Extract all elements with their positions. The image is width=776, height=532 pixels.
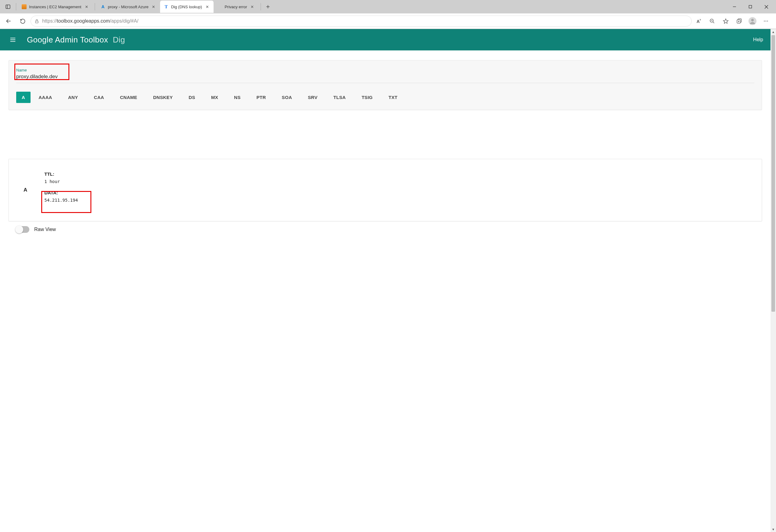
data-value: 54.211.95.194 (44, 198, 78, 203)
record-type-caa[interactable]: CAA (88, 92, 110, 103)
raw-view-row: Raw View (9, 221, 762, 233)
tab-title: Instances | EC2 Management (29, 5, 81, 9)
help-link[interactable]: Help (753, 37, 763, 42)
record-type-txt[interactable]: TXT (383, 92, 403, 103)
raw-view-toggle[interactable] (16, 226, 29, 233)
viewport: Google Admin Toolbox Dig Help Name AAAAA… (0, 29, 776, 532)
record-type-tlsa[interactable]: TLSA (328, 92, 351, 103)
url-text: https://toolbox.googleapps.com/apps/dig/… (42, 18, 688, 24)
query-card: Name AAAAAANYCAACNAMEDNSKEYDSMXNSPTRSOAS… (9, 60, 762, 110)
close-icon[interactable]: ✕ (84, 4, 89, 9)
record-type-dnskey[interactable]: DNSKEY (148, 92, 178, 103)
page-content: Google Admin Toolbox Dig Help Name AAAAA… (0, 29, 771, 532)
zoom-out-icon[interactable] (707, 16, 717, 26)
tab-actions-button[interactable] (2, 1, 14, 13)
svg-point-21 (767, 21, 768, 22)
vertical-scrollbar[interactable]: ▲ ▼ (771, 29, 776, 532)
tab-title: proxy - Microsoft Azure (108, 5, 149, 9)
svg-point-20 (766, 21, 767, 22)
url-proto: https:// (42, 18, 57, 23)
new-tab-button[interactable] (263, 2, 273, 12)
name-input[interactable] (16, 72, 754, 83)
result-card: A TTL: 1 hour DATA: 54.211.95.194 (9, 159, 762, 221)
ttl-value: 1 hour (44, 179, 78, 184)
svg-rect-9 (35, 21, 38, 23)
toolbox-icon: T (164, 4, 169, 9)
tab-strip: Instances | EC2 Management ✕ A proxy - M… (0, 0, 776, 13)
aws-icon (22, 4, 27, 9)
svg-point-19 (764, 21, 765, 22)
close-icon[interactable]: ✕ (250, 4, 255, 9)
window-controls (727, 1, 774, 13)
divider (260, 3, 261, 10)
tab-dig[interactable]: T Dig (DNS lookup) ✕ (160, 1, 214, 13)
result-record-type: A (23, 187, 27, 193)
result-body: TTL: 1 hour DATA: 54.211.95.194 (44, 171, 78, 209)
app-header: Google Admin Toolbox Dig Help (0, 29, 771, 50)
url-host: toolbox.googleapps.com (57, 18, 110, 23)
record-type-a[interactable]: A (16, 92, 30, 103)
ttl-label: TTL: (44, 171, 78, 177)
record-type-tsig[interactable]: TSIG (356, 92, 378, 103)
record-type-soa[interactable]: SOA (276, 92, 297, 103)
menu-icon[interactable] (761, 16, 771, 26)
blank-icon (217, 4, 222, 9)
close-window-button[interactable] (758, 1, 774, 13)
app-title: Google Admin Toolbox Dig (27, 35, 125, 45)
tab-title: Privacy error (224, 5, 247, 9)
toolbar-right: A⁾⁾ (694, 16, 774, 26)
record-type-ns[interactable]: NS (228, 92, 246, 103)
collections-icon[interactable] (734, 16, 744, 26)
address-bar: https://toolbox.googleapps.com/apps/dig/… (0, 13, 776, 29)
close-icon[interactable]: ✕ (151, 4, 156, 9)
scroll-up-icon[interactable]: ▲ (771, 29, 776, 34)
tab-ec2[interactable]: Instances | EC2 Management ✕ (18, 1, 93, 13)
menu-button[interactable] (7, 34, 18, 45)
record-type-aaaa[interactable]: AAAA (33, 92, 58, 103)
maximize-button[interactable] (742, 1, 758, 13)
refresh-button[interactable] (16, 15, 29, 27)
back-button[interactable] (2, 15, 15, 27)
lock-icon (34, 19, 39, 23)
record-type-srv[interactable]: SRV (303, 92, 323, 103)
svg-line-11 (713, 22, 714, 23)
tab-title: Dig (DNS lookup) (171, 5, 202, 9)
favorites-icon[interactable] (720, 16, 731, 26)
read-aloud-icon[interactable]: A⁾⁾ (694, 16, 704, 26)
raw-view-label: Raw View (34, 227, 56, 232)
record-type-any[interactable]: ANY (63, 92, 84, 103)
name-field-block: Name (9, 60, 762, 85)
title-main: Google Admin Toolbox (27, 35, 108, 44)
minimize-button[interactable] (727, 1, 742, 13)
tab-privacy[interactable]: Privacy error ✕ (214, 1, 259, 13)
azure-icon: A (101, 4, 106, 9)
record-type-ptr[interactable]: PTR (251, 92, 271, 103)
record-type-ds[interactable]: DS (183, 92, 200, 103)
tab-azure[interactable]: A proxy - Microsoft Azure ✕ (97, 1, 160, 13)
data-label: DATA: (44, 190, 78, 195)
main-container: Name AAAAAANYCAACNAMEDNSKEYDSMXNSPTRSOAS… (0, 50, 771, 247)
svg-rect-5 (749, 5, 752, 8)
svg-point-18 (751, 19, 754, 21)
divider (95, 3, 95, 10)
svg-marker-13 (723, 19, 728, 23)
profile-icon[interactable] (747, 16, 758, 26)
record-type-mx[interactable]: MX (206, 92, 224, 103)
scroll-thumb[interactable] (771, 35, 775, 312)
close-icon[interactable]: ✕ (204, 4, 210, 9)
name-label: Name (16, 68, 754, 72)
title-sub: Dig (113, 35, 125, 44)
scroll-down-icon[interactable]: ▼ (771, 527, 776, 532)
browser-chrome: Instances | EC2 Management ✕ A proxy - M… (0, 0, 776, 29)
svg-rect-0 (6, 5, 10, 9)
record-type-tabs: AAAAAANYCAACNAMEDNSKEYDSMXNSPTRSOASRVTLS… (9, 85, 762, 110)
url-box[interactable]: https://toolbox.googleapps.com/apps/dig/… (30, 16, 692, 27)
url-path: /apps/dig/#A/ (110, 18, 138, 23)
record-type-cname[interactable]: CNAME (115, 92, 143, 103)
